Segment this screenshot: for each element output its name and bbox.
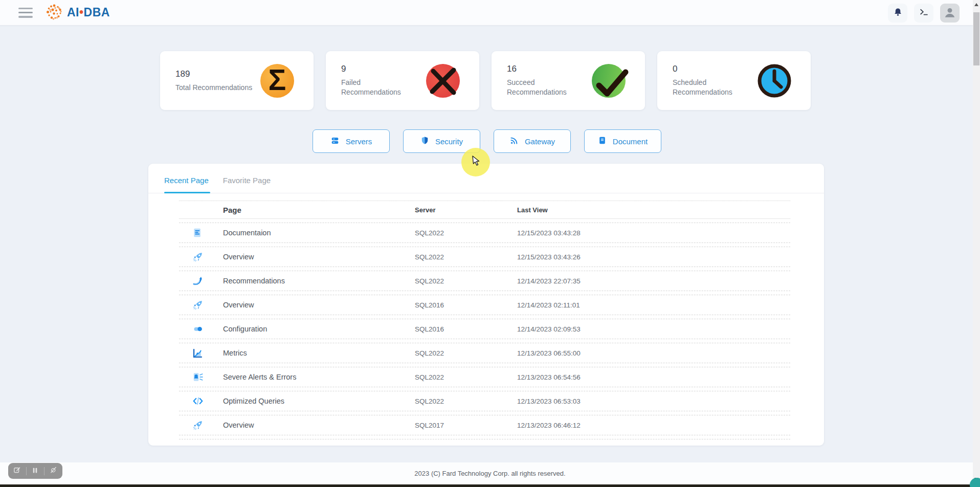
brain-network-icon (45, 3, 63, 23)
metrics-icon (192, 347, 204, 359)
hide-button[interactable] (46, 463, 61, 479)
cell-last-view: 12/13/2023 06:46:12 (517, 422, 790, 429)
rocket-icon (192, 299, 204, 311)
cell-server: SQL2022 (415, 397, 517, 405)
cell-last-view: 12/14/2023 02:09:53 (517, 325, 790, 333)
logo-wordmark: AI•DBA (67, 6, 110, 19)
scrollbar (973, 0, 980, 487)
cell-last-view: 12/15/2023 03:43:26 (517, 253, 790, 261)
cell-last-view: 12/14/2023 22:07:35 (517, 277, 790, 285)
cell-server: SQL2022 (415, 349, 517, 357)
gateway-icon (509, 136, 519, 147)
documentation-icon (192, 227, 204, 238)
table-row[interactable]: OverviewSQL201712/13/2023 06:46:12 (179, 415, 790, 435)
top-navbar: AI•DBA (0, 0, 980, 26)
stat-card-scheduled[interactable]: 0 Scheduled Recommendations (657, 51, 811, 110)
table-row-partial (179, 439, 790, 446)
stat-label: Failed Recommendations (341, 78, 422, 97)
stat-value: 9 (341, 64, 422, 74)
stat-value: 0 (673, 64, 753, 74)
document-icon (598, 136, 607, 146)
cell-page: Severe Alerts & Errors (223, 373, 415, 381)
check-icon (592, 64, 626, 98)
hamburger-menu-icon[interactable] (18, 8, 33, 18)
tab-favorite-page[interactable]: Favorite Page (223, 172, 271, 185)
cell-server: SQL2022 (415, 277, 517, 285)
stat-value: 16 (507, 64, 588, 74)
hide-icon (50, 466, 57, 476)
rocket-icon (192, 419, 204, 431)
stat-label: Total Recommendations (175, 83, 252, 93)
stat-label: Scheduled Recommendations (673, 78, 753, 97)
stat-card-failed[interactable]: 9 Failed Recommendations (326, 51, 479, 110)
cell-page: Optimized Queries (223, 397, 415, 405)
active-tab-underline (164, 192, 210, 193)
table-row[interactable]: Optimized QueriesSQL202212/13/2023 06:53… (179, 391, 790, 411)
scrollbar-thumb[interactable] (973, 12, 979, 65)
sigma-icon: Σ (260, 64, 294, 98)
pause-button[interactable] (28, 463, 43, 479)
table-row[interactable]: ConfigurationSQL201612/14/2023 02:09:53 (179, 319, 790, 339)
cell-server: SQL2016 (415, 325, 517, 333)
cell-last-view: 12/15/2023 03:43:28 (517, 229, 790, 237)
table-row[interactable]: RecommendationsSQL202212/14/2023 22:07:3… (179, 271, 790, 291)
table-row[interactable]: OverviewSQL201612/14/2023 02:11:01 (179, 295, 790, 315)
security-button[interactable]: Security (403, 129, 480, 153)
servers-icon (330, 136, 340, 147)
table-header-row: Page Server Last View (179, 201, 790, 219)
cell-page: Documentaion (223, 229, 415, 237)
table-body: DocumentaionSQL202212/15/2023 03:43:28Ov… (179, 223, 790, 446)
recent-pages-table: Page Server Last View DocumentaionSQL202… (179, 201, 790, 446)
table-row[interactable]: DocumentaionSQL202212/15/2023 03:43:28 (179, 223, 790, 243)
user-avatar[interactable] (940, 4, 960, 23)
cell-page: Recommendations (223, 277, 415, 285)
table-row[interactable]: MetricsSQL202212/13/2023 06:55:00 (179, 343, 790, 363)
quick-buttons-row: Servers Security Gateway Document (313, 129, 661, 153)
recent-pages-panel: Recent Page Favorite Page Page Server La… (148, 164, 824, 446)
stats-row: 189 Total Recommendations Σ 9 Failed Rec… (160, 51, 811, 110)
stat-label: Succeed Recommendations (507, 78, 588, 97)
edit-button[interactable] (9, 463, 25, 479)
table-row[interactable]: Severe Alerts & ErrorsSQL202212/13/2023 … (179, 367, 790, 387)
cell-page: Metrics (223, 349, 415, 357)
cell-server: SQL2022 (415, 229, 517, 237)
footer: 2023 (C) Fard Technology Corp. all right… (0, 462, 980, 484)
table-row[interactable]: OverviewSQL202212/15/2023 03:43:26 (179, 247, 790, 267)
bottom-edge-strip (0, 484, 980, 487)
code-icon (192, 395, 204, 407)
clock-icon (758, 64, 791, 98)
cell-page: Overview (223, 421, 415, 429)
cell-page: Overview (223, 301, 415, 309)
stat-value: 189 (175, 69, 252, 79)
servers-button[interactable]: Servers (313, 129, 390, 153)
column-header-page: Page (223, 206, 415, 214)
cell-page: Configuration (223, 325, 415, 333)
recorder-toolbar (8, 463, 62, 479)
gateway-button[interactable]: Gateway (494, 129, 571, 153)
recommendations-icon (192, 275, 204, 286)
scrollbar-up-arrow[interactable] (973, 1, 980, 8)
cell-server: SQL2017 (415, 422, 517, 429)
document-button[interactable]: Document (584, 129, 661, 153)
cell-last-view: 12/13/2023 06:53:03 (517, 397, 790, 405)
rocket-icon (192, 251, 204, 262)
cross-icon (426, 64, 460, 98)
cell-server: SQL2022 (415, 253, 517, 261)
terminal-button[interactable] (914, 4, 933, 23)
notifications-button[interactable] (888, 4, 907, 23)
security-icon (420, 136, 429, 146)
app-logo[interactable]: AI•DBA (45, 3, 110, 23)
stat-card-total[interactable]: 189 Total Recommendations Σ (160, 51, 314, 110)
cell-page: Overview (223, 253, 415, 261)
cell-server: SQL2016 (415, 301, 517, 309)
bell-icon (893, 7, 903, 19)
tab-bar: Recent Page Favorite Page (148, 164, 824, 193)
pause-icon (32, 467, 38, 476)
column-header-server: Server (415, 206, 517, 214)
toggle-icon (192, 323, 204, 335)
cell-last-view: 12/13/2023 06:55:00 (517, 349, 790, 357)
tab-recent-page[interactable]: Recent Page (164, 172, 209, 185)
cell-last-view: 12/14/2023 02:11:01 (517, 301, 790, 309)
stat-card-succeed[interactable]: 16 Succeed Recommendations (492, 51, 645, 110)
terminal-icon (919, 7, 929, 19)
